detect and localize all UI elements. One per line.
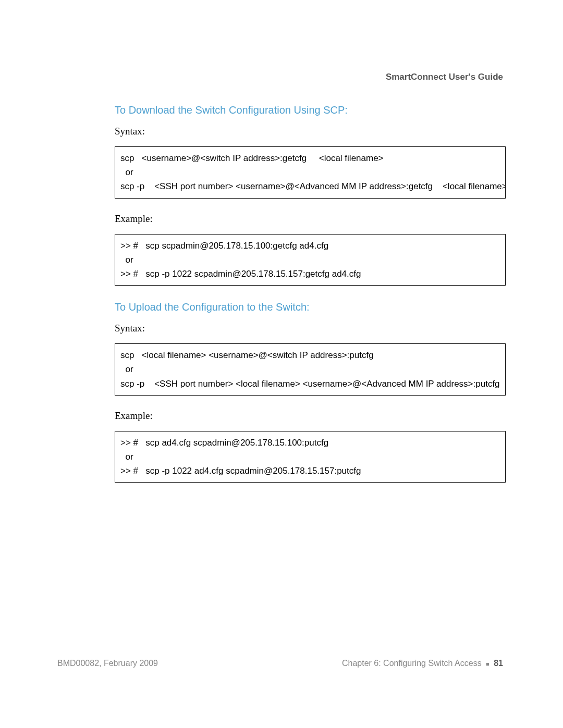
- footer-chapter-text: Chapter 6: Configuring Switch Access: [342, 659, 482, 668]
- header-guide-title: SmartConnect User's Guide: [386, 72, 503, 82]
- section-upload: To Upload the Configuration to the Switc…: [115, 301, 506, 483]
- footer-chapter: Chapter 6: Configuring Switch Access ■ 8…: [342, 659, 503, 668]
- syntax-label: Syntax:: [115, 126, 506, 137]
- syntax-box: scp <local filename> <username>@<switch …: [115, 343, 506, 396]
- footer-separator-icon: ■: [486, 661, 489, 667]
- example-box: >> # scp ad4.cfg scpadmin@205.178.15.100…: [115, 431, 506, 483]
- section-heading: To Download the Switch Configuration Usi…: [115, 104, 506, 116]
- footer-doc-id: BMD00082, February 2009: [57, 659, 158, 668]
- section-download: To Download the Switch Configuration Usi…: [115, 104, 506, 286]
- example-label: Example:: [115, 410, 506, 422]
- footer-page-number: 81: [494, 659, 503, 668]
- main-content: To Download the Switch Configuration Usi…: [115, 104, 506, 483]
- page: SmartConnect User's Guide To Download th…: [0, 0, 563, 728]
- syntax-box: scp <username>@<switch IP address>:getcf…: [115, 146, 506, 199]
- example-label: Example:: [115, 213, 506, 225]
- example-box: >> # scp scpadmin@205.178.15.100:getcfg …: [115, 234, 506, 286]
- section-heading: To Upload the Configuration to the Switc…: [115, 301, 506, 313]
- syntax-label: Syntax:: [115, 323, 506, 334]
- page-footer: BMD00082, February 2009 Chapter 6: Confi…: [57, 659, 503, 668]
